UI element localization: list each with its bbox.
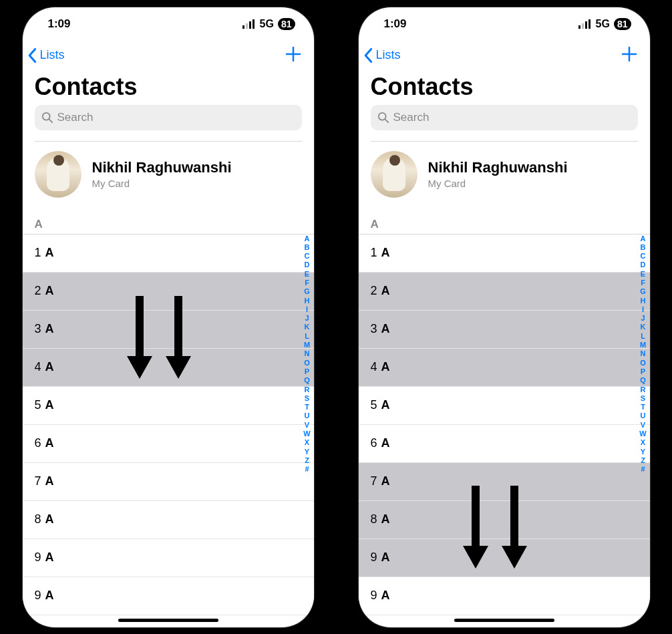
- svg-rect-2: [249, 21, 251, 29]
- index-letter[interactable]: P: [641, 367, 645, 376]
- index-letter[interactable]: T: [641, 403, 645, 412]
- contact-row[interactable]: 9A: [23, 539, 314, 577]
- index-letter[interactable]: Q: [640, 376, 646, 385]
- index-letter[interactable]: E: [641, 270, 645, 279]
- index-letter[interactable]: P: [305, 367, 309, 376]
- index-letter[interactable]: S: [641, 394, 645, 403]
- back-button[interactable]: Lists: [27, 47, 65, 63]
- contacts-list[interactable]: 1A2A3A4A5A6A7A8A9A9AABCDEFGHIJKLMNOPQRST…: [359, 234, 650, 615]
- search-input[interactable]: Search: [371, 105, 638, 130]
- index-letter[interactable]: C: [305, 252, 310, 261]
- index-letter[interactable]: X: [305, 438, 309, 447]
- index-letter[interactable]: T: [305, 403, 309, 412]
- index-letter[interactable]: L: [305, 332, 309, 341]
- index-letter[interactable]: #: [641, 465, 645, 474]
- index-letter[interactable]: D: [305, 261, 310, 269]
- index-letter[interactable]: Y: [641, 448, 645, 456]
- mycard-name: Nikhil Raghuwanshi: [92, 159, 232, 176]
- index-letter[interactable]: I: [306, 305, 308, 314]
- index-letter[interactable]: K: [641, 323, 646, 331]
- index-letter[interactable]: #: [305, 465, 309, 474]
- contact-row[interactable]: 4A: [359, 349, 650, 387]
- index-letter[interactable]: K: [305, 323, 310, 331]
- search-input[interactable]: Search: [35, 105, 302, 130]
- index-letter[interactable]: X: [641, 438, 645, 447]
- contact-row[interactable]: 6A: [23, 425, 314, 463]
- index-letter[interactable]: H: [641, 297, 646, 305]
- index-letter[interactable]: E: [305, 270, 309, 279]
- search-icon: [377, 112, 389, 124]
- index-letter[interactable]: F: [641, 279, 645, 287]
- index-letter[interactable]: W: [639, 430, 646, 438]
- contact-row[interactable]: 1A: [359, 234, 650, 273]
- status-time: 1:09: [384, 17, 407, 31]
- index-letter[interactable]: F: [305, 279, 309, 287]
- index-letter[interactable]: Y: [305, 448, 309, 456]
- index-letter[interactable]: C: [641, 252, 646, 261]
- contact-row[interactable]: 5A: [23, 387, 314, 425]
- index-letter[interactable]: J: [641, 314, 645, 323]
- contact-row[interactable]: 3A: [23, 311, 314, 349]
- cellular-signal-icon: [578, 19, 592, 29]
- index-letter[interactable]: B: [305, 243, 310, 252]
- index-letter[interactable]: N: [305, 349, 310, 358]
- index-letter[interactable]: V: [641, 421, 645, 430]
- phone-screen-2: 1:09 5G 81 Lists Contacts Search Nikhil …: [359, 7, 650, 627]
- index-letter[interactable]: A: [641, 234, 646, 243]
- contact-row[interactable]: 3A: [359, 311, 650, 349]
- index-letter[interactable]: Q: [304, 376, 310, 385]
- index-letter[interactable]: D: [641, 261, 646, 269]
- contact-row[interactable]: 4A: [23, 349, 314, 387]
- index-letter[interactable]: O: [304, 359, 310, 367]
- my-card-row[interactable]: Nikhil Raghuwanshi My Card: [23, 142, 314, 210]
- index-letter[interactable]: O: [640, 359, 646, 367]
- svg-rect-8: [578, 25, 580, 29]
- svg-point-6: [42, 112, 49, 120]
- index-letter[interactable]: G: [304, 287, 310, 296]
- index-letter[interactable]: I: [642, 305, 644, 314]
- contact-row[interactable]: 2A: [359, 273, 650, 311]
- alpha-index[interactable]: ABCDEFGHIJKLMNOPQRSTUVWXYZ#: [302, 234, 313, 474]
- index-letter[interactable]: M: [640, 341, 646, 349]
- contact-row[interactable]: 7A: [23, 463, 314, 501]
- index-letter[interactable]: R: [305, 385, 310, 394]
- my-card-row[interactable]: Nikhil Raghuwanshi My Card: [359, 142, 650, 210]
- index-letter[interactable]: H: [305, 297, 310, 305]
- alpha-index[interactable]: ABCDEFGHIJKLMNOPQRSTUVWXYZ#: [638, 234, 649, 474]
- network-label: 5G: [260, 18, 274, 30]
- home-indicator[interactable]: [454, 619, 554, 622]
- contact-row[interactable]: 6A: [359, 425, 650, 463]
- contact-row[interactable]: 7A: [359, 463, 650, 501]
- index-letter[interactable]: J: [305, 314, 309, 323]
- index-letter[interactable]: G: [640, 287, 646, 296]
- index-letter[interactable]: M: [304, 341, 310, 349]
- add-button[interactable]: [285, 45, 305, 66]
- contact-row[interactable]: 9A: [23, 577, 314, 615]
- home-indicator[interactable]: [118, 619, 218, 622]
- index-letter[interactable]: L: [641, 332, 645, 341]
- contact-row[interactable]: 9A: [359, 539, 650, 577]
- index-letter[interactable]: A: [305, 234, 310, 243]
- index-letter[interactable]: V: [305, 421, 309, 430]
- network-label: 5G: [596, 18, 610, 30]
- contact-row[interactable]: 8A: [23, 501, 314, 539]
- index-letter[interactable]: U: [641, 412, 646, 420]
- index-letter[interactable]: B: [641, 243, 646, 252]
- index-letter[interactable]: U: [305, 412, 310, 420]
- index-letter[interactable]: N: [641, 349, 646, 358]
- contact-row[interactable]: 2A: [23, 273, 314, 311]
- index-letter[interactable]: Z: [641, 456, 645, 465]
- index-letter[interactable]: S: [305, 394, 309, 403]
- contact-row[interactable]: 1A: [23, 234, 314, 273]
- index-letter[interactable]: W: [303, 430, 310, 438]
- add-button[interactable]: [621, 45, 641, 66]
- contacts-list[interactable]: 1A2A3A4A5A6A7A8A9A9AABCDEFGHIJKLMNOPQRST…: [23, 234, 314, 615]
- back-label: Lists: [376, 48, 401, 62]
- avatar: [371, 151, 417, 198]
- contact-row[interactable]: 5A: [359, 387, 650, 425]
- contact-row[interactable]: 8A: [359, 501, 650, 539]
- index-letter[interactable]: Z: [305, 456, 309, 465]
- index-letter[interactable]: R: [641, 385, 646, 394]
- contact-row[interactable]: 9A: [359, 577, 650, 615]
- back-button[interactable]: Lists: [363, 47, 401, 63]
